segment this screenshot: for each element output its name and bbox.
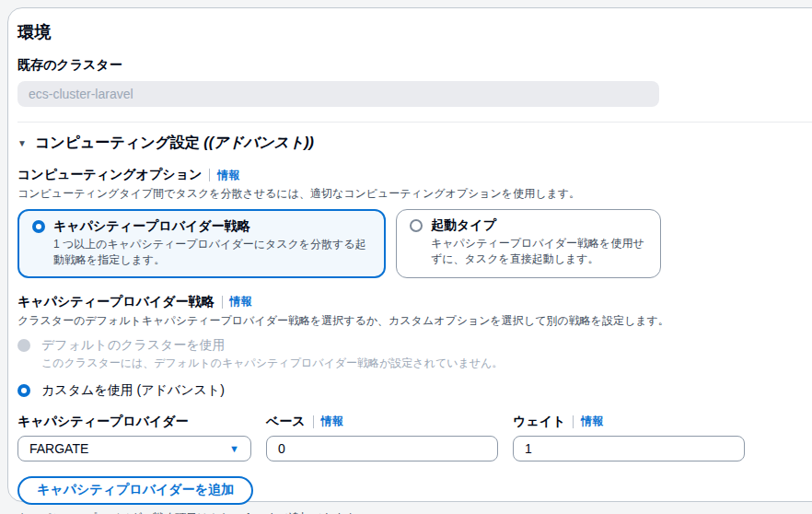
computing-option-cards: キャパシティープロバイダー戦略 1 つ以上のキャパシティープロバイダーにタスクを… [17,209,812,278]
add-capacity-provider-button[interactable]: キャパシティプロバイダーを追加 [17,476,253,505]
label-separator [573,415,574,428]
page-title: 環境 [17,21,812,43]
radio-disabled-icon [17,339,30,352]
cp-strategy-label-row: キャパシティープロバイダー戦略 情報 [17,294,812,310]
weight-input[interactable]: 1 [513,436,745,461]
weight-info-link[interactable]: 情報 [581,414,603,429]
environment-panel: 環境 既存のクラスター ecs-cluster-laravel ▼ コンピューテ… [7,7,812,502]
existing-cluster-input: ecs-cluster-laravel [17,81,659,107]
base-column: ベース 情報 0 [266,414,498,461]
chevron-down-icon: ▼ [229,443,239,454]
computing-option-label: コンピューティングオプション [17,167,202,183]
base-label: ベース [266,414,306,430]
card-launch-type[interactable]: 起動タイプ キャパシティープロバイダー戦略を使用せずに、タスクを直接起動します。 [396,209,661,278]
weight-label: ウェイト [513,414,565,430]
computing-option-description: コンピューティングタイプ間でタスクを分散させるには、適切なコンピューティングオプ… [17,186,812,202]
computing-settings-expander[interactable]: ▼ コンピューティング設定 ((アドバンスト)) [17,134,812,153]
capacity-provider-label: キャパシティープロバイダー [17,414,189,430]
radio-use-default-description: このクラスターには、デフォルトのキャパシティプロバイダー戦略が設定されていません… [41,356,812,371]
capacity-provider-value: FARGATE [29,441,88,456]
cp-strategy-description: クラスターのデフォルトキャパシティープロバイダー戦略を選択するか、カスタムオプシ… [17,313,812,329]
capacity-provider-column: キャパシティープロバイダー FARGATE ▼ [17,414,251,461]
card-capacity-provider-strategy[interactable]: キャパシティープロバイダー戦略 1 つ以上のキャパシティープロバイダーにタスクを… [17,209,386,278]
strategy-columns: キャパシティープロバイダー FARGATE ▼ ベース 情報 0 ウェイト 情報… [17,414,812,461]
section-divider [17,122,812,123]
section-header-text: コンピューティング設定 ((アドバンスト)) [35,134,314,153]
capacity-provider-select[interactable]: FARGATE ▼ [17,436,251,461]
card-content: キャパシティープロバイダー戦略 1 つ以上のキャパシティープロバイダーにタスクを… [53,218,371,269]
radio-label: デフォルトのクラスターを使用 [41,337,226,354]
radio-use-custom[interactable]: カスタムを使用 (アドバンスト) [17,382,812,399]
radio-label: カスタムを使用 (アドバンスト) [41,382,225,399]
radio-unselected-icon[interactable] [410,219,423,232]
add-capacity-provider-hint: キャパシティプロバイダー戦略項目はさらに 1 つまで追加できます。 [17,510,812,514]
label-separator [222,296,223,309]
radio-selected-icon[interactable] [17,384,30,397]
caret-down-icon: ▼ [17,138,27,148]
weight-column: ウェイト 情報 1 [513,414,745,461]
card-title: 起動タイプ [431,217,647,234]
radio-selected-icon[interactable] [32,220,45,233]
label-separator [209,169,210,181]
card-title: キャパシティープロバイダー戦略 [53,218,371,235]
base-info-link[interactable]: 情報 [321,414,343,429]
card-description: キャパシティープロバイダー戦略を使用せずに、タスクを直接起動します。 [431,236,647,268]
cp-strategy-info-link[interactable]: 情報 [230,294,252,310]
section-header-suffix: ((アドバンスト)) [203,134,314,150]
card-content: 起動タイプ キャパシティープロバイダー戦略を使用せずに、タスクを直接起動します。 [431,217,647,270]
base-input[interactable]: 0 [266,436,498,461]
existing-cluster-label: 既存のクラスター [17,57,812,74]
label-separator [313,415,314,428]
card-description: 1 つ以上のキャパシティープロバイダーにタスクを分散する起動戦略を指定します。 [53,237,371,269]
cp-strategy-label: キャパシティープロバイダー戦略 [17,294,215,310]
radio-use-default-cluster: デフォルトのクラスターを使用 [17,337,812,354]
computing-option-info-link[interactable]: 情報 [217,168,239,183]
computing-option-label-row: コンピューティングオプション 情報 [17,167,812,183]
